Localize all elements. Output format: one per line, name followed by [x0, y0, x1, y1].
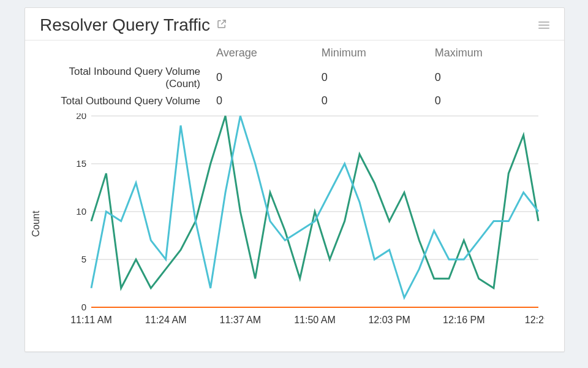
table-row: Total Outbound Query Volume 0 0 0: [40, 92, 549, 110]
cell-value: 0: [317, 63, 430, 92]
svg-text:11:50 AM: 11:50 AM: [294, 315, 336, 325]
series-outbound: [91, 116, 538, 297]
svg-text:0: 0: [81, 302, 86, 312]
svg-text:20: 20: [76, 113, 86, 121]
y-axis-label: Count: [31, 211, 42, 237]
svg-text:15: 15: [76, 158, 86, 169]
svg-text:11:11 AM: 11:11 AM: [70, 315, 112, 325]
cell-value: 0: [211, 92, 317, 110]
row-label: Total Outbound Query Volume: [40, 92, 211, 110]
svg-text:11:37 AM: 11:37 AM: [220, 315, 262, 325]
col-average: Average: [211, 43, 317, 63]
svg-text:11:24 AM: 11:24 AM: [145, 315, 187, 325]
svg-text:12:03 PM: 12:03 PM: [368, 315, 410, 325]
cell-value: 0: [430, 63, 549, 92]
row-label: Total Inbound Query Volume (Count): [40, 63, 211, 92]
title-wrap: Resolver Query Traffic: [40, 15, 227, 35]
stats-table: Average Minimum Maximum Total Inbound Qu…: [25, 40, 564, 110]
resolver-query-traffic-card: Resolver Query Traffic Average Minimum M…: [24, 7, 565, 352]
cell-value: 0: [211, 63, 317, 92]
col-maximum: Maximum: [430, 43, 549, 63]
series-inbound: [91, 116, 538, 288]
cell-value: 0: [430, 92, 549, 110]
col-minimum: Minimum: [317, 43, 430, 63]
svg-text:5: 5: [81, 254, 86, 264]
table-row: Total Inbound Query Volume (Count) 0 0 0: [40, 63, 549, 92]
svg-text:12:16 PM: 12:16 PM: [443, 315, 484, 325]
external-link-icon[interactable]: [216, 18, 227, 32]
svg-text:10: 10: [76, 206, 86, 217]
card-title: Resolver Query Traffic: [40, 15, 210, 35]
svg-text:12:29.: 12:29.: [525, 315, 545, 325]
card-header: Resolver Query Traffic: [25, 8, 564, 40]
line-chart: 0510152011:11 AM11:24 AM11:37 AM11:50 AM…: [67, 113, 545, 328]
chart-area: Count 0510152011:11 AM11:24 AM11:37 AM11…: [40, 113, 549, 334]
cell-value: 0: [317, 92, 430, 110]
hamburger-icon[interactable]: [538, 21, 549, 29]
